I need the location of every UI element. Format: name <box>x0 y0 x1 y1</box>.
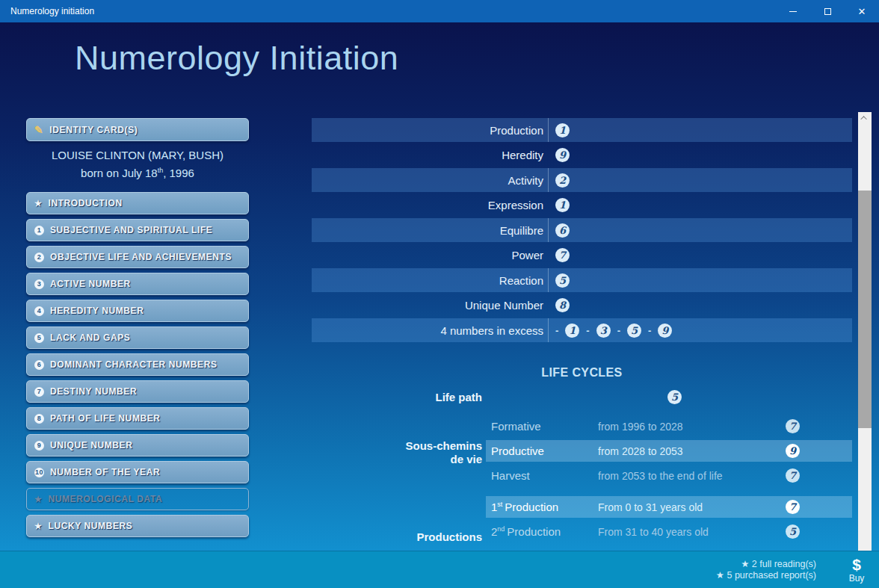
sidebar-item-label: OBJECTIVE LIFE AND ACHIEVEMENTS <box>50 252 232 262</box>
row-label: Power <box>312 249 548 261</box>
sidebar-item-unique-number[interactable]: 9 UNIQUE NUMBER <box>26 434 249 457</box>
number-row-power: Power 7 <box>312 244 852 267</box>
productions-group: Productions 1stProduction From 0 to 31 y… <box>312 496 852 551</box>
window-title: Numerology initiation <box>0 6 776 16</box>
number-badge: 9 <box>786 444 800 458</box>
minimize-button[interactable] <box>776 0 810 22</box>
number-badge: 7 <box>555 248 570 262</box>
cycle-row-first-production-current: 1stProduction From 0 to 31 years old 7 <box>486 496 852 518</box>
identity-birthdate: born on July 18th, 1996 <box>26 163 249 181</box>
sidebar-item-label: NUMEROLOGICAL DATA <box>48 494 162 504</box>
window-titlebar: Numerology initiation ✕ <box>0 0 879 22</box>
number-badge: 7 <box>786 468 800 483</box>
row-value: 9 <box>548 143 852 167</box>
identity-name: LOUISE CLINTON (MARY, BUSH) <box>26 148 249 163</box>
sidebar-item-objective-life-achievements[interactable]: 2 OBJECTIVE LIFE AND ACHIEVEMENTS <box>26 246 249 268</box>
star-icon: ★ <box>34 495 42 504</box>
row-label: Activity <box>312 174 548 187</box>
sidebar: ✎ IDENTITY CARD(S) LOUISE CLINTON (MARY,… <box>26 118 249 542</box>
cycle-name: Formative <box>491 420 598 433</box>
minimize-icon <box>789 11 797 12</box>
dollar-icon: $ <box>852 557 861 573</box>
row-label: Equilibre <box>312 224 548 237</box>
maximize-button[interactable] <box>810 0 845 22</box>
number-row-production: Production 1 <box>312 118 852 142</box>
productions-rows: 1stProduction From 0 to 31 years old 7 2… <box>486 496 852 551</box>
clipped-text-fragments <box>312 547 482 551</box>
row-value: 1 <box>548 118 852 142</box>
sidebar-item-lucky-numbers[interactable]: ★ LUCKY NUMBERS <box>26 515 249 537</box>
row-label: Production <box>312 124 548 137</box>
sub-paths-group: Sous-chemins de vie Formative from 1996 … <box>312 415 852 489</box>
maximize-icon <box>824 8 831 15</box>
pencil-icon: ✎ <box>34 125 43 135</box>
sidebar-item-label: SUBJECTIVE AND SPIRITUAL LIFE <box>50 225 212 235</box>
row-value: 8 <box>548 294 852 318</box>
row-label: 4 numbers in excess <box>312 324 548 337</box>
sidebar-item-destiny-number[interactable]: 7 DESTINY NUMBER <box>26 380 249 403</box>
circled-number-icon: 9 <box>34 441 44 451</box>
number-row-expression: Expression 1 <box>312 194 852 217</box>
number-row-equilibre: Equilibre 6 <box>312 218 852 242</box>
row-value: - 1 - 3 - 5 - 9 <box>548 318 852 342</box>
row-label: Heredity <box>312 149 548 161</box>
sidebar-item-active-number[interactable]: 3 ACTIVE NUMBER <box>26 273 249 295</box>
sidebar-item-introduction[interactable]: ★ INTRODUCTION <box>26 192 249 214</box>
number-row-numbers-in-excess: 4 numbers in excess - 1 - 3 - 5 - 9 <box>312 318 852 342</box>
cycle-row-productive-current: Productive from 2028 to 2053 9 <box>486 440 852 462</box>
sidebar-item-label: IDENTITY CARD(S) <box>49 125 138 135</box>
number-row-unique-number: Unique Number 8 <box>312 294 852 318</box>
row-value: 5 <box>548 268 852 292</box>
number-badge: 1 <box>555 198 570 212</box>
circled-number-icon: 7 <box>34 387 44 397</box>
scrollbar-thumb[interactable] <box>858 191 872 428</box>
sidebar-item-path-of-life-number[interactable]: 8 PATH OF LIFE NUMBER <box>26 407 249 430</box>
dash-separator: - <box>648 325 651 336</box>
row-value: 1 <box>548 194 852 217</box>
sidebar-item-identity-cards[interactable]: ✎ IDENTITY CARD(S) <box>26 118 249 141</box>
life-path-row: Life path 5 <box>312 389 852 405</box>
row-value: 2 <box>548 168 852 192</box>
sidebar-item-label: DESTINY NUMBER <box>50 386 137 397</box>
numerological-data-panel: Production 1 Heredity 9 Activity 2 Expre… <box>312 118 852 551</box>
number-badge: 9 <box>658 324 672 338</box>
number-badge: 1 <box>555 123 570 137</box>
page-title: Numerology Initiation <box>75 39 398 78</box>
row-value: 6 <box>548 218 852 242</box>
buy-label: Buy <box>849 573 865 584</box>
circled-number-icon: 5 <box>34 333 44 343</box>
productions-label: Productions <box>312 530 482 551</box>
cycle-period: from 1996 to 2028 <box>598 421 786 433</box>
window-controls: ✕ <box>776 0 879 22</box>
sidebar-item-number-of-the-year[interactable]: 10 NUMBER OF THE YEAR <box>26 461 249 483</box>
sidebar-item-numerological-data-current: ★ NUMEROLOGICAL DATA <box>26 488 249 510</box>
cycle-period: From 0 to 31 years old <box>598 501 786 513</box>
dash-separator: - <box>586 325 589 336</box>
number-badge: 5 <box>555 273 570 288</box>
main-area: Numerology Initiation ✎ IDENTITY CARD(S)… <box>0 22 879 551</box>
row-label: Reaction <box>312 274 548 287</box>
cycle-name: 1stProduction <box>491 501 598 513</box>
buy-button[interactable]: $ Buy <box>840 557 873 584</box>
dash-separator: - <box>617 325 620 336</box>
sidebar-item-subjective-spiritual-life[interactable]: 1 SUBJECTIVE AND SPIRITUAL LIFE <box>26 219 249 241</box>
sub-paths-label: Sous-chemins de vie <box>312 439 482 466</box>
cycle-period: from 2028 to 2053 <box>598 445 786 457</box>
sidebar-item-lack-and-gaps[interactable]: 5 LACK AND GAPS <box>26 327 249 349</box>
close-button[interactable]: ✕ <box>845 0 879 22</box>
sidebar-item-heredity-number[interactable]: 4 HEREDITY NUMBER <box>26 300 249 322</box>
sidebar-item-dominant-character-numbers[interactable]: 6 DOMINANT CHARACTER NUMBERS <box>26 353 249 376</box>
row-label: Unique Number <box>312 299 548 312</box>
sidebar-item-label: DOMINANT CHARACTER NUMBERS <box>50 359 218 370</box>
footer-bar: ★ 2 full reading(s) ★ 5 purchased report… <box>0 551 879 588</box>
cycle-row-harvest: Harvest from 2053 to the end of life 7 <box>486 465 852 486</box>
sidebar-item-label: LUCKY NUMBERS <box>48 521 132 531</box>
life-path-label: Life path <box>312 391 482 403</box>
vertical-scrollbar[interactable] <box>858 112 872 551</box>
sidebar-item-label: PATH OF LIFE NUMBER <box>50 413 161 424</box>
cycle-name: Productive <box>491 445 598 457</box>
number-badge: 2 <box>555 173 570 188</box>
number-row-reaction: Reaction 5 <box>312 268 852 292</box>
scroll-up-button[interactable] <box>858 112 872 124</box>
circled-number-icon: 10 <box>34 468 44 477</box>
